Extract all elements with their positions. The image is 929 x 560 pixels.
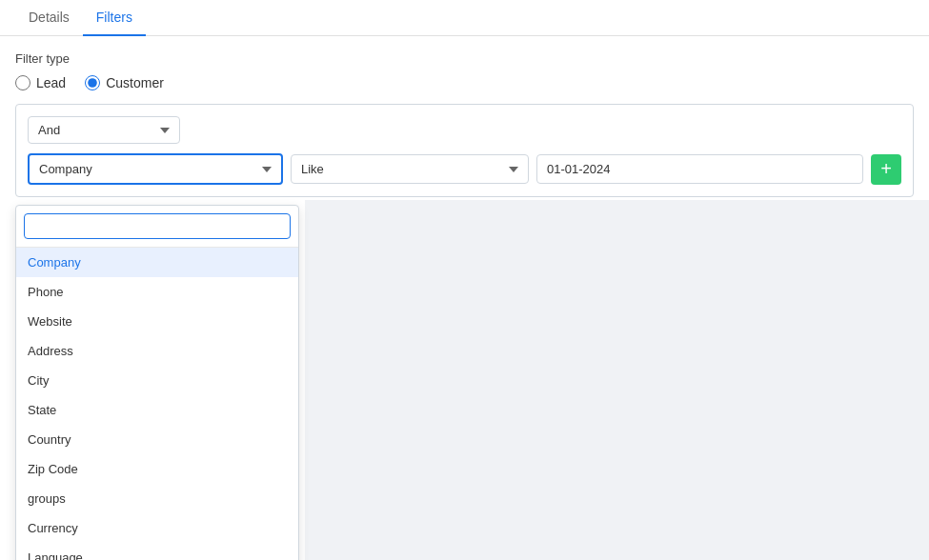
- tab-details[interactable]: Details: [15, 0, 83, 36]
- radio-lead-label: Lead: [36, 75, 66, 90]
- filter-box: And Or Company Phone Website Address Cit…: [15, 104, 914, 197]
- add-condition-button[interactable]: +: [871, 154, 901, 185]
- dropdown-item-currency[interactable]: Currency: [16, 513, 298, 543]
- radio-group: Lead Customer: [15, 75, 914, 90]
- filter-condition-row: Company Phone Website Address City State…: [28, 153, 901, 185]
- tab-filters[interactable]: Filters: [83, 0, 146, 36]
- operator-select[interactable]: Like Not Like Equals Not Equals: [291, 154, 529, 184]
- filter-type-label: Filter type: [15, 51, 914, 66]
- field-select[interactable]: Company Phone Website Address City State…: [28, 153, 283, 185]
- radio-customer[interactable]: Customer: [85, 75, 164, 90]
- and-select[interactable]: And Or: [28, 116, 180, 144]
- dropdown-item-groups[interactable]: groups: [16, 484, 298, 513]
- value-input[interactable]: [536, 154, 863, 184]
- and-row: And Or: [28, 116, 901, 144]
- dropdown-item-company[interactable]: Company: [16, 248, 298, 277]
- radio-lead-input[interactable]: [15, 75, 30, 90]
- dropdown-item-country[interactable]: Country: [16, 425, 298, 454]
- filter-section: Filter type Lead Customer And Or Compan: [0, 36, 929, 197]
- radio-lead[interactable]: Lead: [15, 75, 66, 90]
- dropdown-item-state[interactable]: State: [16, 395, 298, 425]
- dropdown-item-zipcode[interactable]: Zip Code: [16, 454, 298, 484]
- tabs-bar: Details Filters: [0, 0, 929, 36]
- dropdown-item-phone[interactable]: Phone: [16, 277, 298, 307]
- dropdown-item-city[interactable]: City: [16, 366, 298, 395]
- radio-customer-input[interactable]: [85, 75, 100, 90]
- dropdown-item-address[interactable]: Address: [16, 336, 298, 366]
- dropdown-search-input[interactable]: [24, 213, 291, 239]
- dropdown-list: Company Phone Website Address City State…: [16, 248, 298, 560]
- content-area: [305, 200, 929, 560]
- dropdown-item-language[interactable]: Language: [16, 543, 298, 560]
- page-container: Details Filters Filter type Lead Custome…: [0, 0, 929, 560]
- dropdown-search-container: [16, 206, 298, 248]
- dropdown-item-website[interactable]: Website: [16, 307, 298, 336]
- field-dropdown: Company Phone Website Address City State…: [15, 205, 299, 560]
- radio-customer-label: Customer: [106, 75, 164, 90]
